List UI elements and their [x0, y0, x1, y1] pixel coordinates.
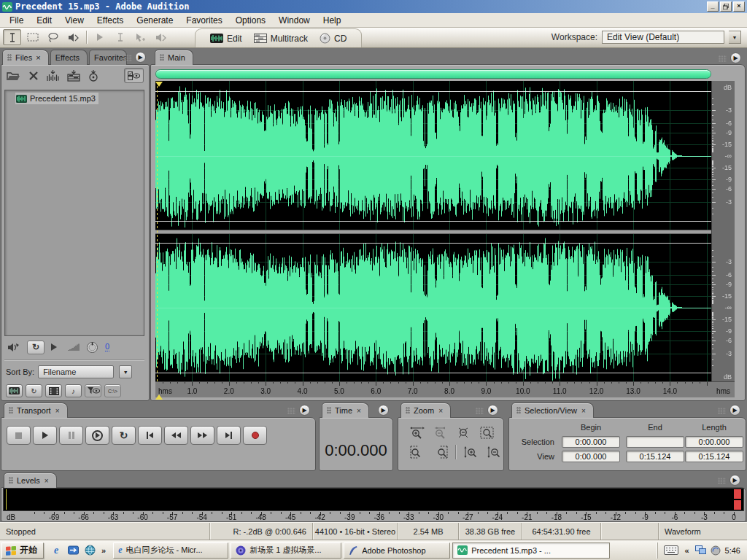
- play-button[interactable]: [33, 426, 57, 445]
- menu-generate[interactable]: Generate: [130, 14, 179, 27]
- lasso-tool-button[interactable]: [44, 29, 62, 45]
- main-panel-menu-button[interactable]: ▶: [730, 52, 741, 63]
- quick-launch-overflow-icon[interactable]: »: [100, 546, 107, 555]
- tab-effects[interactable]: Effects: [50, 50, 88, 65]
- import-file-button[interactable]: [7, 69, 20, 83]
- tab-transport[interactable]: Transport ×: [4, 402, 68, 418]
- show-midi-files-toggle[interactable]: ♪: [65, 384, 82, 397]
- scrub2-tool-button[interactable]: [152, 29, 170, 45]
- insert-into-cd-button[interactable]: [88, 69, 98, 83]
- zoom-out-vertical-button[interactable]: [485, 445, 503, 459]
- zoom-to-selection-button[interactable]: [479, 426, 496, 440]
- tray-collapse-icon[interactable]: «: [683, 546, 690, 555]
- selection-end-field[interactable]: [626, 436, 684, 448]
- workspace-select[interactable]: Edit View (Default): [602, 31, 724, 44]
- volume-knob[interactable]: [86, 341, 98, 354]
- volume-value[interactable]: 0: [105, 343, 109, 351]
- levels-meter[interactable]: [3, 488, 744, 521]
- quick-launch-2-icon[interactable]: [66, 544, 80, 557]
- full-path-toggle[interactable]: C:\>: [104, 384, 121, 397]
- ime-keyboard-icon[interactable]: [664, 545, 678, 555]
- close-tab-icon[interactable]: ×: [55, 407, 60, 415]
- minimize-button[interactable]: _: [707, 1, 719, 12]
- tab-zoom[interactable]: Zoom ×: [400, 402, 451, 418]
- view-length-field[interactable]: 0:15.124: [685, 451, 743, 462]
- zoom-out-full-button[interactable]: [455, 426, 473, 440]
- insert-into-session-button[interactable]: [67, 69, 80, 83]
- edit-view-button[interactable]: Edit: [210, 34, 242, 44]
- zoom-menu-button[interactable]: ▶: [487, 405, 498, 416]
- transport-menu-button[interactable]: ▶: [299, 405, 310, 416]
- menu-help[interactable]: Help: [317, 14, 348, 27]
- files-panel-menu-button[interactable]: ▶: [135, 52, 146, 63]
- hybrid-tool-button[interactable]: [3, 29, 21, 45]
- close-tab-icon[interactable]: ×: [438, 407, 443, 415]
- close-tab-icon[interactable]: ×: [581, 407, 586, 415]
- restore-button[interactable]: [720, 1, 732, 12]
- volume-tray-icon[interactable]: [711, 545, 721, 556]
- zoom-out-horizontal-button[interactable]: [432, 426, 449, 440]
- sort-dropdown-icon[interactable]: ▼: [119, 365, 132, 378]
- selection-view-menu-button[interactable]: ▶: [729, 405, 740, 416]
- close-tab-icon[interactable]: ×: [44, 477, 49, 485]
- zoom-in-vertical-button[interactable]: [462, 445, 479, 459]
- taskbar-window-photoshop[interactable]: Adobe Photoshop: [344, 542, 450, 559]
- rewind-button[interactable]: [164, 426, 188, 445]
- workspace-dropdown-icon[interactable]: ▼: [729, 31, 741, 44]
- play-from-cursor-button[interactable]: [85, 426, 109, 445]
- tab-files[interactable]: Files ×: [2, 50, 49, 65]
- edit-tool-button[interactable]: [111, 29, 129, 45]
- tab-time[interactable]: Time ×: [322, 402, 369, 418]
- filter-options-toggle[interactable]: [85, 384, 101, 397]
- go-to-beginning-button[interactable]: [138, 426, 162, 445]
- view-begin-field[interactable]: 0:00.000: [562, 451, 620, 462]
- tab-main[interactable]: Main: [155, 50, 193, 65]
- autoplay-speaker-icon[interactable]: [7, 343, 20, 352]
- network-tray-icon[interactable]: [695, 545, 706, 555]
- play-looped-button[interactable]: ↻: [112, 426, 136, 445]
- sort-by-select[interactable]: Filename: [38, 365, 114, 378]
- show-video-files-toggle[interactable]: [45, 384, 62, 397]
- menu-edit[interactable]: Edit: [30, 14, 58, 27]
- menu-favorites[interactable]: Favorites: [179, 14, 228, 27]
- preview-play-button[interactable]: [51, 343, 57, 351]
- show-audio-files-toggle[interactable]: [6, 384, 23, 397]
- overview-scroll-bar[interactable]: [155, 69, 711, 79]
- start-button[interactable]: 开始: [1, 542, 44, 559]
- close-tab-icon[interactable]: ×: [357, 407, 361, 415]
- quick-launch-3-icon[interactable]: [83, 544, 96, 557]
- menu-file[interactable]: File: [3, 14, 30, 27]
- menu-effects[interactable]: Effects: [90, 14, 130, 27]
- waveform-display[interactable]: [155, 81, 735, 400]
- view-end-field[interactable]: 0:15.124: [626, 451, 684, 462]
- zoom-in-horizontal-button[interactable]: [409, 426, 426, 440]
- move-tool-button[interactable]: [131, 29, 150, 45]
- stop-button[interactable]: [7, 426, 31, 445]
- pause-button[interactable]: [59, 426, 83, 445]
- multitrack-view-button[interactable]: Multitrack: [254, 34, 308, 44]
- show-loop-files-toggle[interactable]: ↻: [26, 384, 42, 397]
- tab-selection-view[interactable]: Selection/View ×: [511, 402, 594, 418]
- zoom-to-selection-right-button[interactable]: [432, 445, 449, 459]
- close-button[interactable]: ×: [733, 1, 745, 12]
- tab-levels[interactable]: Levels ×: [4, 472, 57, 488]
- file-list-item[interactable]: Precedent 15.mp3: [15, 93, 98, 104]
- file-list[interactable]: Precedent 15.mp3: [4, 90, 144, 336]
- close-tab-icon[interactable]: ×: [36, 53, 40, 62]
- taskbar-window-scene[interactable]: 新场景 1 虚拟场景...: [231, 542, 341, 559]
- time-menu-button[interactable]: ▶: [378, 405, 389, 416]
- selection-length-field[interactable]: 0:00.000: [685, 436, 743, 448]
- close-file-button[interactable]: [28, 69, 39, 83]
- loop-playback-button[interactable]: ↻: [27, 341, 44, 354]
- zoom-to-selection-left-button[interactable]: [409, 445, 426, 459]
- taskbar-window-audition[interactable]: Precedent 15.mp3 - ...: [452, 542, 610, 559]
- quick-launch-ie-icon[interactable]: e: [50, 544, 63, 557]
- menu-view[interactable]: View: [58, 14, 90, 27]
- record-button[interactable]: [243, 426, 267, 445]
- fast-forward-button[interactable]: [190, 426, 214, 445]
- menu-window[interactable]: Window: [272, 14, 317, 27]
- selection-begin-field[interactable]: 0:00.000: [562, 436, 620, 448]
- scrub-tool-button[interactable]: [64, 29, 82, 45]
- taskbar-window-forum[interactable]: e 电白同乡论坛 - Micr...: [113, 542, 228, 559]
- levels-menu-button[interactable]: ▶: [729, 475, 740, 486]
